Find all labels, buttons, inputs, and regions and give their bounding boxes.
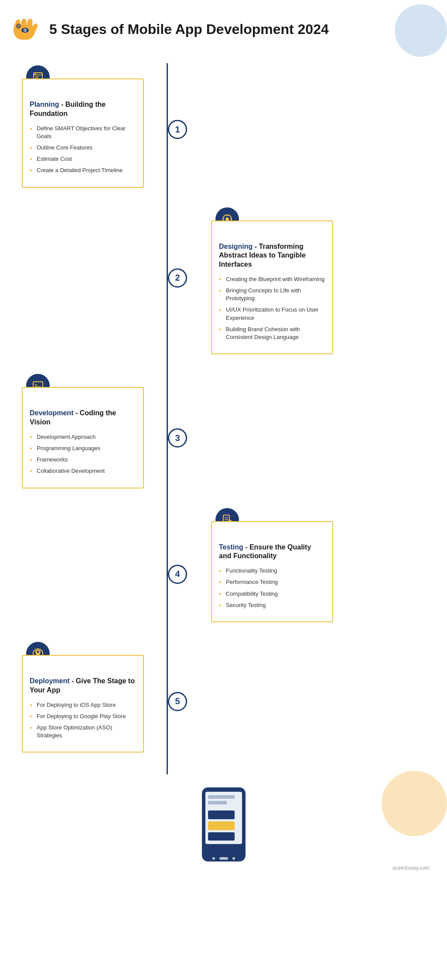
stage-3-items: Development Approach Programming Languag… (30, 433, 136, 475)
stage-5-wrapper: Deployment - Give The Stage to Your App … (9, 640, 438, 774)
phone-block-1 (208, 810, 235, 819)
stage-1-left: Planning - Building the Foundation Defin… (9, 63, 167, 188)
stage-2-content: Designing - Transforming Abstract Ideas … (219, 242, 325, 342)
stage-3-center: 3 (167, 372, 188, 488)
stage-2-badge: 2 (168, 268, 187, 288)
phone-home-indicator (212, 857, 235, 860)
stage-4-right: Testing - Ensure the Quality and Functio… (188, 506, 347, 622)
stage-1-card: Planning - Building the Foundation Defin… (22, 78, 144, 188)
stage-1-center: 1 (167, 63, 188, 188)
stage-3-wrapper: Development - Coding the Vision Developm… (9, 372, 438, 505)
stage-4-row: 4 (9, 506, 438, 622)
stage-3-left: Development - Coding the Vision Developm… (9, 372, 167, 488)
phone-screen-bar-2 (208, 801, 227, 804)
svg-point-24 (37, 651, 39, 653)
phone-mockup (202, 787, 246, 861)
stage-3-content: Development - Coding the Vision Developm… (30, 409, 136, 475)
stage-1-items: Define SMART Objectives for Clear Goals … (30, 125, 136, 175)
stage-3-badge: 3 (168, 428, 187, 448)
phone-screen-bar-1 (208, 795, 235, 799)
svg-point-2 (24, 30, 26, 31)
list-item: For Deploying to Google Play Store (30, 712, 136, 720)
footer-phone (9, 787, 438, 861)
stage-4-card: Testing - Ensure the Quality and Functio… (211, 521, 333, 622)
stage-5-row: Deployment - Give The Stage to Your App … (9, 640, 438, 753)
phone-block-2 (208, 821, 235, 830)
stage-3-row: Development - Coding the Vision Developm… (9, 372, 438, 488)
stage-3-title: Development - Coding the Vision (30, 409, 136, 427)
stage-2-row: 2 (9, 205, 438, 355)
list-item: Collaborative Development (30, 467, 136, 475)
phone-screen (205, 792, 242, 844)
phone-nav-dot-1 (212, 857, 215, 860)
stage-5-left: Deployment - Give The Stage to Your App … (9, 640, 167, 753)
stage-2-right: Designing - Transforming Abstract Ideas … (188, 205, 347, 355)
header-icon (9, 13, 41, 46)
stage-4-badge: 4 (168, 565, 187, 584)
header: 5 Stages of Mobile App Development 2024 (9, 13, 438, 46)
stage-1-wrapper: Planning - Building the Foundation Defin… (9, 63, 438, 205)
list-item: Development Approach (30, 433, 136, 441)
stage-1-content: Planning - Building the Foundation Defin… (30, 100, 136, 175)
stage-1-keyword: Planning (30, 101, 59, 108)
stage-4-content: Testing - Ensure the Quality and Functio… (219, 543, 325, 609)
list-item: Programming Languages (30, 444, 136, 452)
footer-url: aceinfoway.com (9, 865, 438, 871)
stage-2-card: Designing - Transforming Abstract Ideas … (211, 220, 333, 355)
page-title: 5 Stages of Mobile App Development 2024 (49, 21, 329, 37)
stage-2-items: Creating the Blueprint with Wireframing … (219, 275, 325, 341)
stage-4-keyword: Testing (219, 543, 243, 551)
list-item: Compatibility Testing (219, 590, 325, 598)
timeline-container: Planning - Building the Foundation Defin… (9, 63, 438, 774)
phone-nav-home (219, 857, 228, 860)
stage-4-title: Testing - Ensure the Quality and Functio… (219, 543, 325, 561)
stage-5-content: Deployment - Give The Stage to Your App … (30, 677, 136, 739)
stage-3-right (188, 372, 347, 488)
list-item: Outline Core Features (30, 144, 136, 152)
stage-2-wrapper: 2 (9, 205, 438, 372)
stage-5-right (188, 640, 347, 753)
stage-1-badge: 1 (168, 120, 187, 139)
list-item: Security Testing (219, 601, 325, 609)
stage-2-title: Designing - Transforming Abstract Ideas … (219, 242, 325, 269)
list-item: Bringing Concepts to Life with Prototypi… (219, 287, 325, 302)
phone-nav-dot-2 (232, 857, 235, 860)
stage-5-card: Deployment - Give The Stage to Your App … (22, 655, 144, 753)
list-item: Performance Testing (219, 578, 325, 586)
list-item: Estimate Cost (30, 155, 136, 163)
stage-5-keyword: Deployment (30, 677, 70, 685)
stage-5-center: 5 (167, 640, 188, 753)
list-item: UI/UX Prioritization to Focus on User Ex… (219, 306, 325, 322)
stage-3-card: Development - Coding the Vision Developm… (22, 387, 144, 488)
phone-block-3 (208, 832, 235, 841)
svg-rect-9 (34, 74, 36, 75)
stage-4-center: 4 (167, 506, 188, 622)
list-item: App Store Optimization (ASO) Strategies (30, 724, 136, 739)
stage-5-title: Deployment - Give The Stage to Your App (30, 677, 136, 695)
list-item: Define SMART Objectives for Clear Goals (30, 125, 136, 140)
stage-2-left (9, 205, 167, 355)
list-item: Functionality Testing (219, 567, 325, 575)
stage-4-wrapper: 4 (9, 506, 438, 640)
stage-1-right (188, 63, 347, 188)
list-item: Creating the Blueprint with Wireframing (219, 275, 325, 283)
list-item: Building Brand Cohesion with Consistent … (219, 326, 325, 341)
stage-2-center: 2 (167, 205, 188, 355)
list-item: Frameworks (30, 456, 136, 464)
list-item: For Deploying to iOS App Store (30, 701, 136, 709)
stage-4-left (9, 506, 167, 622)
stage-2-keyword: Designing (219, 243, 253, 250)
stage-1-title: Planning - Building the Foundation (30, 100, 136, 119)
stage-5-badge: 5 (168, 692, 187, 711)
stage-1-row: Planning - Building the Foundation Defin… (9, 63, 438, 188)
stage-3-keyword: Development (30, 409, 73, 417)
page-wrapper: 5 Stages of Mobile App Development 2024 (0, 0, 447, 888)
list-item: Create a Detailed Project Timeline (30, 166, 136, 174)
stage-5-items: For Deploying to iOS App Store For Deplo… (30, 701, 136, 740)
stage-4-items: Functionality Testing Performance Testin… (219, 567, 325, 609)
